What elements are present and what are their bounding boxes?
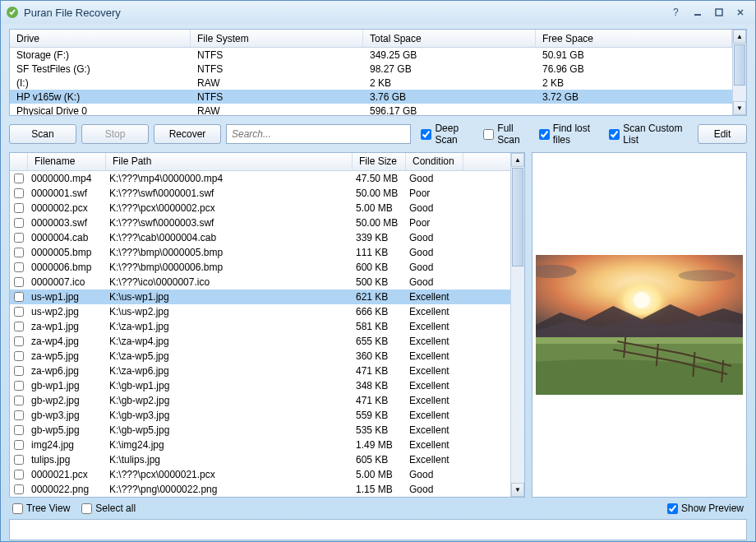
- drive-cell-free: 50.91 GB: [536, 49, 732, 61]
- drive-row[interactable]: HP v165w (K:)NTFS3.76 GB3.72 GB: [10, 90, 732, 104]
- file-row[interactable]: za-wp1.jpgK:\za-wp1.jpg581 KBExcellent: [10, 319, 510, 334]
- file-row[interactable]: 0000002.pcxK:\???\pcx\0000002.pcx5.00 MB…: [10, 201, 510, 215]
- file-row-checkbox[interactable]: [14, 484, 24, 494]
- file-row-checkbox[interactable]: [14, 425, 24, 435]
- file-cell-name: za-wp1.jpg: [28, 321, 106, 332]
- recover-button[interactable]: Recover: [154, 124, 221, 144]
- file-row[interactable]: 0000007.icoK:\???\ico\0000007.ico500 KBG…: [10, 275, 510, 290]
- close-button[interactable]: [731, 5, 750, 20]
- scroll-up-arrow-icon[interactable]: ▲: [511, 153, 524, 167]
- file-row[interactable]: us-wp1.jpgK:\us-wp1.jpg621 KBExcellent: [10, 290, 510, 304]
- scroll-up-arrow-icon[interactable]: ▲: [733, 30, 746, 44]
- file-header-filepath[interactable]: File Path: [106, 153, 353, 170]
- file-row[interactable]: za-wp4.jpgK:\za-wp4.jpg655 KBExcellent: [10, 334, 510, 349]
- show-preview-input[interactable]: [667, 503, 678, 514]
- drive-row[interactable]: Physical Drive 0RAW596.17 GB: [10, 104, 732, 115]
- find-lost-checkbox[interactable]: Find lost files: [539, 123, 605, 146]
- stop-button[interactable]: Stop: [81, 124, 149, 144]
- file-cell-size: 621 KB: [353, 291, 406, 303]
- file-row[interactable]: 0000003.swfK:\???\swf\0000003.swf50.00 M…: [10, 215, 510, 230]
- scroll-thumb[interactable]: [734, 44, 745, 86]
- file-row-checkbox[interactable]: [14, 188, 24, 198]
- file-row-checkbox[interactable]: [14, 470, 24, 479]
- help-button[interactable]: ?: [666, 5, 686, 20]
- file-row-checkbox[interactable]: [14, 322, 24, 331]
- file-row-checkbox[interactable]: [14, 455, 24, 465]
- drive-row[interactable]: Storage (F:)NTFS349.25 GB50.91 GB: [10, 48, 732, 62]
- file-row-checkbox[interactable]: [14, 381, 24, 391]
- file-row[interactable]: 0000004.cabK:\???\cab\0000004.cab339 KBG…: [10, 230, 510, 245]
- file-cell-cond: Good: [406, 247, 463, 258]
- file-row[interactable]: gb-wp2.jpgK:\gb-wp2.jpg471 KBExcellent: [10, 393, 510, 408]
- file-header-filesize[interactable]: File Size: [353, 153, 406, 170]
- file-row-checkbox[interactable]: [14, 292, 24, 302]
- find-lost-input[interactable]: [539, 129, 550, 140]
- file-row[interactable]: us-wp2.jpgK:\us-wp2.jpg666 KBExcellent: [10, 304, 510, 319]
- file-cell-name: 0000007.ico: [28, 276, 106, 288]
- file-row-checkbox[interactable]: [14, 307, 24, 317]
- file-scrollbar[interactable]: ▲ ▼: [510, 153, 524, 497]
- file-row[interactable]: 0000000.mp4K:\???\mp4\0000000.mp447.50 M…: [10, 171, 510, 186]
- search-input[interactable]: [226, 124, 411, 144]
- drive-header-filesystem[interactable]: File System: [191, 30, 363, 47]
- minimize-button[interactable]: [688, 5, 708, 20]
- file-cell-cond: Excellent: [406, 350, 463, 362]
- scroll-down-arrow-icon[interactable]: ▼: [511, 483, 524, 497]
- drive-row[interactable]: (I:)RAW2 KB2 KB: [10, 76, 732, 90]
- file-cell-size: 559 KB: [353, 410, 406, 421]
- file-row-checkbox[interactable]: [14, 366, 24, 376]
- maximize-button[interactable]: [709, 5, 729, 20]
- scan-custom-input[interactable]: [609, 129, 620, 140]
- file-row-checkbox[interactable]: [14, 277, 24, 287]
- file-cell-name: 0000005.bmp: [28, 247, 106, 258]
- deep-scan-input[interactable]: [421, 129, 431, 140]
- file-row[interactable]: img24.jpgK:\img24.jpg1.49 MBExcellent: [10, 438, 510, 452]
- file-row-checkbox[interactable]: [14, 218, 24, 228]
- file-row[interactable]: 0000021.pcxK:\???\pcx\0000021.pcx5.00 MB…: [10, 467, 510, 482]
- select-all-checkbox[interactable]: Select all: [81, 503, 136, 514]
- scan-button[interactable]: Scan: [9, 124, 76, 144]
- file-row[interactable]: gb-wp3.jpgK:\gb-wp3.jpg559 KBExcellent: [10, 408, 510, 423]
- drive-scrollbar[interactable]: ▲ ▼: [732, 30, 746, 115]
- file-row-checkbox[interactable]: [14, 233, 24, 243]
- file-cell-size: 655 KB: [353, 336, 406, 347]
- full-scan-checkbox[interactable]: Full Scan: [483, 123, 533, 146]
- scroll-thumb[interactable]: [512, 168, 523, 266]
- select-all-input[interactable]: [81, 503, 92, 514]
- file-row[interactable]: gb-wp1.jpgK:\gb-wp1.jpg348 KBExcellent: [10, 378, 510, 393]
- file-row[interactable]: 0000022.pngK:\???\png\0000022.png1.15 MB…: [10, 482, 510, 497]
- scan-custom-label: Scan Custom List: [623, 123, 693, 146]
- file-header-filename[interactable]: Filename: [28, 153, 106, 170]
- file-row[interactable]: gb-wp5.jpgK:\gb-wp5.jpg535 KBExcellent: [10, 423, 510, 438]
- tree-view-checkbox[interactable]: Tree View: [12, 503, 70, 514]
- file-header-condition[interactable]: Condition: [406, 153, 463, 170]
- file-cell-size: 50.00 MB: [353, 188, 406, 199]
- file-row-checkbox[interactable]: [14, 248, 24, 257]
- drive-header-free[interactable]: Free Space: [536, 30, 732, 47]
- file-row[interactable]: 0000005.bmpK:\???\bmp\0000005.bmp111 KBG…: [10, 245, 510, 260]
- file-row[interactable]: 0000006.bmpK:\???\bmp\0000006.bmp600 KBG…: [10, 260, 510, 275]
- file-row[interactable]: 0000001.swfK:\???\swf\0000001.swf50.00 M…: [10, 186, 510, 201]
- scroll-down-arrow-icon[interactable]: ▼: [733, 101, 746, 115]
- file-cell-path: K:\???\bmp\0000006.bmp: [106, 262, 353, 273]
- file-row-checkbox[interactable]: [14, 262, 24, 272]
- drive-header-drive[interactable]: Drive: [10, 30, 191, 47]
- file-row-checkbox[interactable]: [14, 336, 24, 346]
- file-row-checkbox[interactable]: [14, 203, 24, 213]
- show-preview-checkbox[interactable]: Show Preview: [667, 503, 744, 514]
- full-scan-input[interactable]: [483, 129, 494, 140]
- file-row-checkbox[interactable]: [14, 440, 24, 450]
- file-row[interactable]: za-wp5.jpgK:\za-wp5.jpg360 KBExcellent: [10, 349, 510, 364]
- file-row-checkbox[interactable]: [14, 351, 24, 361]
- edit-button[interactable]: Edit: [698, 124, 747, 144]
- drive-row[interactable]: SF TestFiles (G:)NTFS98.27 GB76.96 GB: [10, 62, 732, 76]
- scan-custom-checkbox[interactable]: Scan Custom List: [609, 123, 693, 146]
- file-row-checkbox[interactable]: [14, 410, 24, 420]
- file-row-checkbox[interactable]: [14, 396, 24, 405]
- file-row[interactable]: za-wp6.jpgK:\za-wp6.jpg471 KBExcellent: [10, 364, 510, 378]
- tree-view-input[interactable]: [12, 503, 23, 514]
- deep-scan-checkbox[interactable]: Deep Scan: [421, 123, 478, 146]
- drive-header-total[interactable]: Total Space: [363, 30, 536, 47]
- file-row[interactable]: tulips.jpgK:\tulips.jpg605 KBExcellent: [10, 452, 510, 467]
- file-row-checkbox[interactable]: [14, 174, 24, 183]
